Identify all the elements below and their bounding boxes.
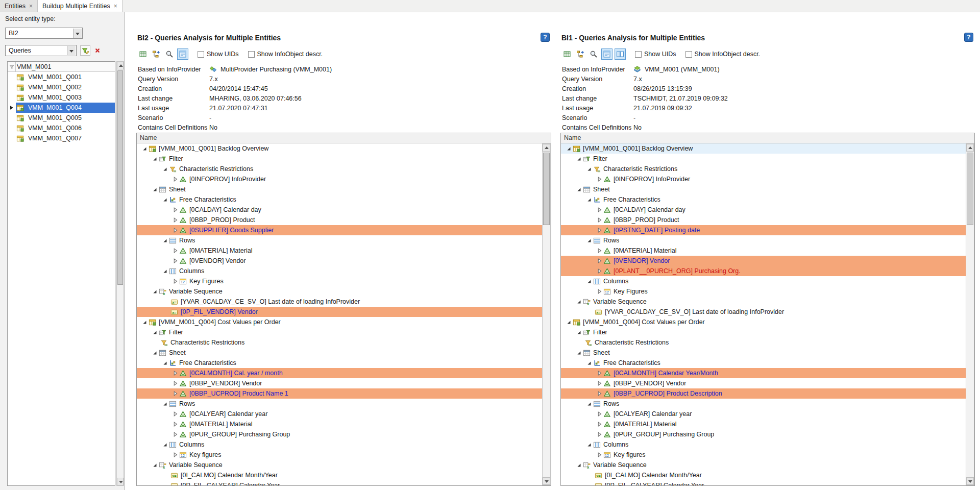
tree-row[interactable]: [0BBP_UCPROD] Product Description — [561, 388, 966, 399]
expand-arrow-icon[interactable] — [170, 379, 179, 387]
tree-row[interactable]: Characteristic Restrictions — [561, 164, 966, 174]
expand-arrow-icon[interactable] — [595, 287, 603, 296]
sidebar-query-item[interactable]: VMM_M001_Q001 — [8, 72, 115, 82]
collapse-arrow-icon[interactable] — [160, 195, 169, 204]
tree-row[interactable]: Columns — [561, 276, 966, 286]
expand-arrow-icon[interactable] — [595, 451, 603, 459]
expand-arrow-icon[interactable] — [170, 389, 179, 398]
expand-arrow-icon[interactable] — [170, 206, 179, 214]
tree-row[interactable]: Filter — [561, 154, 966, 164]
tree-row[interactable]: Sheet — [561, 348, 966, 358]
define-filter-button[interactable] — [80, 45, 90, 56]
help-button[interactable]: ? — [964, 33, 973, 42]
dropdown-arrow-icon[interactable] — [67, 46, 76, 55]
checkbox-1[interactable]: Show InfoObject descr. — [248, 51, 323, 58]
clear-filter-button[interactable] — [92, 45, 103, 56]
expand-all-button[interactable] — [177, 48, 188, 60]
scroll-thumb[interactable] — [543, 153, 550, 225]
tree-row[interactable]: x=[0P_FIL_CALYEAR] Calendar Year — [561, 480, 966, 485]
scroll-down-arrow[interactable] — [966, 477, 974, 485]
tree-row[interactable]: x=[0P_FIL_VENDOR] Vendor — [137, 307, 542, 317]
tree-row[interactable]: xVariable Sequence — [561, 297, 966, 307]
collapse-arrow-icon[interactable] — [160, 236, 169, 244]
expand-arrow-icon[interactable] — [595, 389, 603, 398]
collapse-arrow-icon[interactable] — [160, 165, 169, 173]
expand-all-button[interactable] — [601, 48, 612, 60]
tree-row[interactable]: [0PSTNG_DATE] Posting date — [561, 225, 966, 235]
expand-arrow-icon[interactable] — [170, 369, 179, 377]
tree-row[interactable]: [0BBP_PROD] Product — [137, 215, 542, 225]
collapse-arrow-icon[interactable] — [574, 155, 583, 163]
expand-arrow-icon[interactable] — [595, 369, 603, 377]
tree-row[interactable]: [0BBP_VENDOR] Vendor — [561, 378, 966, 388]
tree-row[interactable]: [0BBP_VENDOR] Vendor — [137, 378, 542, 388]
tree-row[interactable]: [0BBP_PROD] Product — [561, 215, 966, 225]
tree-row[interactable]: [0INFOPROV] InfoProvider — [137, 174, 542, 184]
checkbox-box[interactable] — [635, 51, 642, 58]
expand-arrow-icon[interactable] — [595, 430, 603, 438]
sidebar-query-item[interactable]: VMM_M001_Q005 — [8, 113, 115, 123]
tree-row[interactable]: x=[0P_FIL_CALYEAR] Calendar Year — [137, 480, 542, 485]
tree-row[interactable]: 12Key Figures — [561, 286, 966, 297]
collapse-arrow-icon[interactable] — [150, 287, 159, 296]
expand-arrow-icon[interactable] — [595, 226, 603, 234]
sidebar-query-item[interactable]: VMM_M001_Q002 — [8, 82, 115, 92]
tree-row[interactable]: Filter — [137, 327, 542, 337]
tree-row[interactable]: [0MATERIAL] Material — [137, 246, 542, 256]
tree-row[interactable]: [VMM_M001_Q001] Backlog Overview — [561, 143, 966, 154]
tree-row[interactable]: Columns — [137, 266, 542, 276]
expand-arrow-icon[interactable] — [170, 420, 179, 428]
tree-row[interactable]: [VMM_M001_Q001] Backlog Overview — [137, 143, 542, 154]
collapse-arrow-icon[interactable] — [584, 165, 593, 173]
collapse-arrow-icon[interactable] — [140, 144, 149, 153]
tree-row[interactable]: Rows — [137, 235, 542, 246]
tree-row[interactable]: xVariable Sequence — [137, 286, 542, 297]
scroll-thumb[interactable] — [117, 70, 123, 285]
collapse-arrow-icon[interactable] — [584, 400, 593, 408]
expand-arrow-icon[interactable] — [595, 257, 603, 265]
checkbox-box[interactable] — [685, 51, 692, 58]
collapse-arrow-icon[interactable] — [584, 277, 593, 285]
tree-row[interactable]: [0PUR_GROUP] Purchasing Group — [137, 429, 542, 439]
layout-toggle-button[interactable] — [615, 48, 626, 60]
tab-entities[interactable]: Entities × — [0, 0, 38, 12]
expand-arrow-icon[interactable] — [170, 410, 179, 418]
scroll-down-arrow[interactable] — [543, 477, 550, 485]
tree-row[interactable]: Characteristic Restrictions — [137, 164, 542, 174]
scroll-up-arrow[interactable] — [117, 62, 124, 69]
tree-row[interactable]: x=[0I_CALMO] Calendar Month/Year — [137, 470, 542, 480]
tree-row[interactable]: 12Key Figures — [137, 276, 542, 286]
collapse-arrow-icon[interactable] — [160, 267, 169, 275]
hierarchy-sync-button[interactable] — [575, 48, 586, 60]
tree-row[interactable]: [0MATERIAL] Material — [561, 246, 966, 256]
tree-row[interactable]: [0SUPPLIER] Goods Supplier — [137, 225, 542, 235]
collapse-arrow-icon[interactable] — [584, 359, 593, 367]
expand-arrow-icon[interactable] — [170, 247, 179, 255]
tree-row[interactable]: Free Characteristics — [561, 194, 966, 205]
expand-arrow-icon[interactable] — [170, 277, 179, 285]
tree-row[interactable]: Columns — [561, 439, 966, 450]
expand-arrow-icon[interactable] — [595, 267, 603, 275]
collapse-arrow-icon[interactable] — [160, 359, 169, 367]
dropdown-arrow-icon[interactable] — [73, 29, 82, 38]
expand-arrow-icon[interactable] — [595, 410, 603, 418]
tree-row[interactable]: Free Characteristics — [561, 358, 966, 368]
tree-row[interactable]: [0CALDAY] Calendar day — [137, 205, 542, 215]
tree-row[interactable]: xVariable Sequence — [137, 460, 542, 470]
tree-row[interactable]: [0VENDOR] Vendor — [137, 256, 542, 266]
table-design-button[interactable] — [137, 48, 149, 60]
tree-row[interactable]: 12Key figures — [137, 450, 542, 460]
tree-row[interactable]: Filter — [137, 154, 542, 164]
tree-row[interactable]: Sheet — [137, 348, 542, 358]
scroll-up-arrow[interactable] — [966, 144, 974, 152]
collapse-arrow-icon[interactable] — [574, 461, 583, 469]
collapse-arrow-icon[interactable] — [140, 318, 149, 326]
entity-type-select[interactable]: BI2 — [5, 28, 83, 39]
tree-row[interactable]: Sheet — [561, 184, 966, 194]
vertical-scrollbar[interactable] — [542, 143, 551, 485]
collapse-arrow-icon[interactable] — [150, 155, 159, 163]
collapse-arrow-icon[interactable] — [150, 185, 159, 193]
tree-row[interactable]: 12Key figures — [561, 450, 966, 460]
expand-arrow-icon[interactable] — [170, 226, 179, 234]
close-icon[interactable]: × — [29, 3, 33, 9]
